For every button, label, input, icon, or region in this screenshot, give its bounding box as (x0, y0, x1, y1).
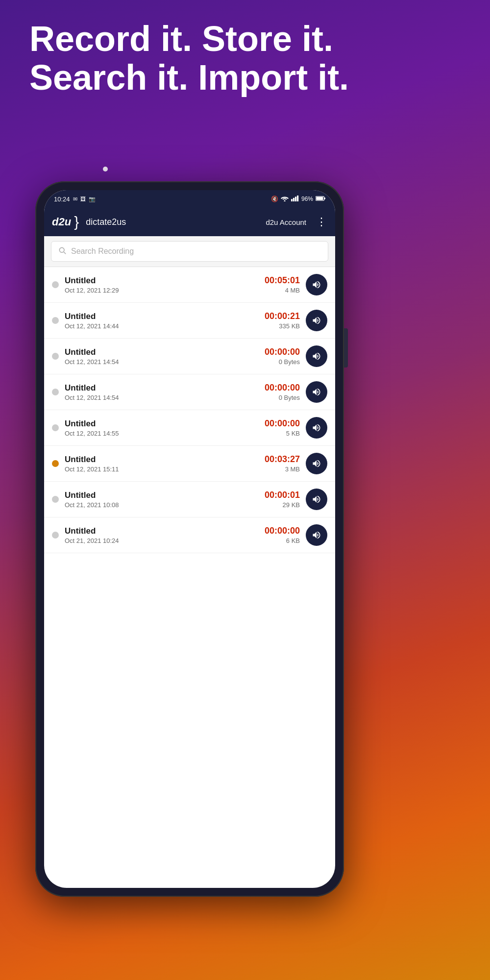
record-size: 29 KB (265, 501, 300, 509)
record-size: 5 KB (265, 430, 300, 437)
record-status-dot (52, 532, 59, 539)
record-title: Untitled (65, 312, 259, 321)
record-date: Oct 12, 2021 14:54 (65, 358, 259, 366)
recording-item[interactable]: Untitled Oct 21, 2021 10:24 00:00:00 6 K… (44, 517, 335, 553)
svg-rect-6 (316, 197, 323, 200)
record-size: 4 MB (265, 287, 300, 294)
svg-rect-2 (293, 197, 294, 201)
record-status-dot (52, 353, 59, 360)
mute-icon: 🔇 (271, 196, 278, 202)
speaker-icon (312, 494, 321, 504)
phone-mockup: 10:24 ✉ 🖼 📷 🔇 (35, 181, 344, 897)
account-button[interactable]: d2u Account (266, 218, 306, 226)
record-info: Untitled Oct 12, 2021 14:54 (65, 347, 259, 366)
record-duration: 00:03:27 (265, 454, 300, 465)
record-info: Untitled Oct 12, 2021 15:11 (65, 455, 259, 473)
record-date: Oct 12, 2021 12:29 (65, 287, 259, 294)
record-duration: 00:00:01 (265, 490, 300, 500)
record-status-dot (52, 281, 59, 288)
recording-item[interactable]: Untitled Oct 12, 2021 15:11 00:03:27 3 M… (44, 446, 335, 482)
recording-item[interactable]: Untitled Oct 12, 2021 14:44 00:00:21 335… (44, 303, 335, 339)
record-date: Oct 12, 2021 14:55 (65, 430, 259, 437)
app-logo: d2u } (52, 215, 79, 229)
record-duration: 00:00:00 (265, 347, 300, 357)
record-title: Untitled (65, 490, 259, 500)
app-nav-bar: d2u } dictate2us d2u Account ⋮ (44, 208, 335, 236)
speaker-icon (312, 387, 321, 397)
svg-rect-3 (295, 196, 296, 201)
recording-item[interactable]: Untitled Oct 12, 2021 12:29 00:05:01 4 M… (44, 267, 335, 303)
speaker-icon (312, 423, 321, 433)
record-duration: 00:00:00 (265, 383, 300, 393)
app-name-label: dictate2us (86, 217, 126, 227)
hero-section: Record it. Store it. Search it. Import i… (29, 20, 461, 97)
phone-screen: 10:24 ✉ 🖼 📷 🔇 (44, 190, 335, 888)
play-button[interactable] (306, 489, 327, 510)
logo-text: d2u (52, 216, 71, 228)
play-button[interactable] (306, 381, 327, 403)
play-button[interactable] (306, 310, 327, 331)
record-status-dot (52, 389, 59, 395)
search-placeholder: Search Recording (71, 247, 134, 256)
record-status-dot (52, 496, 59, 503)
recording-item[interactable]: Untitled Oct 21, 2021 10:08 00:00:01 29 … (44, 482, 335, 517)
record-duration: 00:05:01 (265, 275, 300, 286)
play-button[interactable] (306, 274, 327, 295)
play-button[interactable] (306, 417, 327, 439)
svg-point-8 (59, 247, 64, 252)
overflow-menu-button[interactable]: ⋮ (316, 216, 327, 228)
photo-icon: 🖼 (80, 196, 86, 202)
record-title: Untitled (65, 419, 259, 429)
search-icon (58, 246, 66, 256)
battery-icon (316, 196, 325, 203)
record-size: 0 Bytes (265, 358, 300, 366)
record-info: Untitled Oct 21, 2021 10:24 (65, 526, 259, 544)
record-title: Untitled (65, 455, 259, 465)
play-button[interactable] (306, 345, 327, 367)
record-date: Oct 21, 2021 10:24 (65, 537, 259, 544)
recording-item[interactable]: Untitled Oct 12, 2021 14:54 00:00:00 0 B… (44, 339, 335, 374)
svg-rect-7 (324, 197, 326, 199)
signal-icon (291, 196, 299, 203)
battery-text: 96% (301, 196, 313, 202)
record-duration: 00:00:00 (265, 418, 300, 429)
speaker-icon (312, 459, 321, 468)
record-meta: 00:00:00 6 KB (265, 526, 300, 544)
record-status-dot (52, 460, 59, 467)
hero-line2: Search it. Import it. (29, 58, 461, 97)
play-button[interactable] (306, 453, 327, 474)
record-date: Oct 12, 2021 14:44 (65, 322, 259, 330)
search-input-wrapper[interactable]: Search Recording (51, 241, 328, 262)
camera-icon: 📷 (89, 196, 96, 202)
record-info: Untitled Oct 21, 2021 10:08 (65, 490, 259, 509)
svg-point-0 (284, 200, 285, 201)
recording-item[interactable]: Untitled Oct 12, 2021 14:55 00:00:00 5 K… (44, 410, 335, 446)
record-date: Oct 12, 2021 15:11 (65, 466, 259, 473)
record-meta: 00:00:00 5 KB (265, 418, 300, 437)
record-title: Untitled (65, 383, 259, 393)
hero-line1: Record it. Store it. (29, 20, 461, 58)
svg-line-9 (64, 252, 66, 254)
recordings-list: Untitled Oct 12, 2021 12:29 00:05:01 4 M… (44, 267, 335, 651)
record-size: 3 MB (265, 466, 300, 473)
record-meta: 00:00:00 0 Bytes (265, 347, 300, 366)
record-meta: 00:00:00 0 Bytes (265, 383, 300, 401)
record-size: 0 Bytes (265, 394, 300, 401)
record-info: Untitled Oct 12, 2021 14:55 (65, 419, 259, 437)
record-meta: 00:03:27 3 MB (265, 454, 300, 473)
record-status-dot (52, 424, 59, 431)
record-meta: 00:00:01 29 KB (265, 490, 300, 509)
svg-rect-4 (297, 196, 298, 201)
record-size: 335 KB (265, 322, 300, 330)
play-button[interactable] (306, 524, 327, 546)
record-status-dot (52, 317, 59, 324)
wifi-icon (281, 196, 289, 203)
status-time: 10:24 (54, 196, 70, 203)
record-title: Untitled (65, 347, 259, 357)
notification-icon: ✉ (73, 196, 77, 202)
svg-rect-1 (291, 199, 293, 201)
logo-brace: } (74, 215, 79, 229)
record-info: Untitled Oct 12, 2021 14:44 (65, 312, 259, 330)
record-duration: 00:00:21 (265, 311, 300, 321)
recording-item[interactable]: Untitled Oct 12, 2021 14:54 00:00:00 0 B… (44, 374, 335, 410)
